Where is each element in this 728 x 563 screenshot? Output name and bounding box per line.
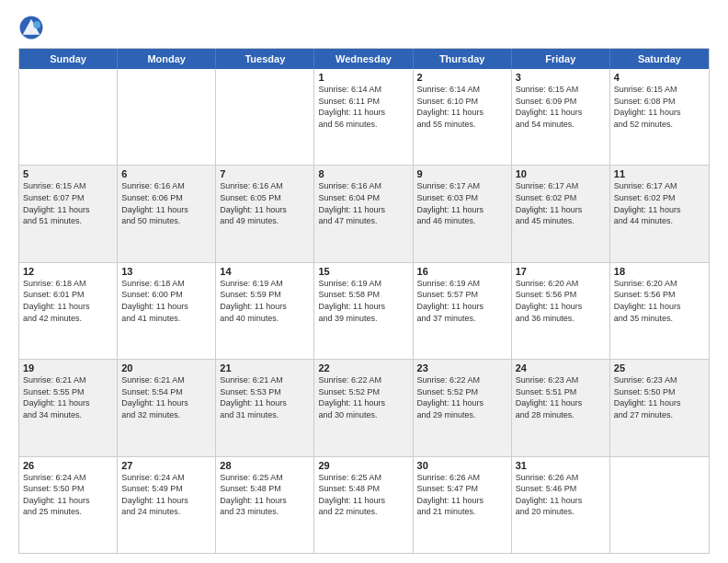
calendar-cell: 21Sunrise: 6:21 AM Sunset: 5:53 PM Dayli… [216, 360, 314, 455]
cell-info: Sunrise: 6:16 AM Sunset: 6:05 PM Dayligh… [220, 180, 310, 226]
cell-day-number: 3 [516, 72, 606, 83]
calendar-cell: 19Sunrise: 6:21 AM Sunset: 5:55 PM Dayli… [19, 360, 118, 455]
cell-day-number: 10 [516, 168, 606, 179]
cell-info: Sunrise: 6:15 AM Sunset: 6:09 PM Dayligh… [516, 84, 606, 130]
cell-info: Sunrise: 6:14 AM Sunset: 6:10 PM Dayligh… [417, 84, 507, 130]
cell-info: Sunrise: 6:24 AM Sunset: 5:50 PM Dayligh… [23, 472, 113, 518]
calendar-row-week-4: 19Sunrise: 6:21 AM Sunset: 5:55 PM Dayli… [19, 359, 709, 455]
cell-day-number: 24 [516, 362, 606, 373]
cell-info: Sunrise: 6:21 AM Sunset: 5:54 PM Dayligh… [121, 374, 211, 420]
cell-info: Sunrise: 6:14 AM Sunset: 6:11 PM Dayligh… [318, 84, 408, 130]
cell-info: Sunrise: 6:17 AM Sunset: 6:02 PM Dayligh… [516, 180, 606, 226]
cell-day-number: 18 [614, 266, 705, 277]
header-day-friday: Friday [512, 49, 610, 69]
cell-info: Sunrise: 6:24 AM Sunset: 5:49 PM Dayligh… [121, 472, 211, 518]
logo-icon [18, 15, 44, 40]
logo [18, 15, 48, 40]
cell-day-number: 9 [417, 168, 507, 179]
cell-day-number: 23 [417, 362, 507, 373]
calendar-cell: 29Sunrise: 6:25 AM Sunset: 5:48 PM Dayli… [314, 457, 413, 553]
cell-day-number: 21 [220, 362, 310, 373]
header [18, 15, 710, 40]
cell-day-number: 27 [121, 460, 211, 471]
cell-day-number: 22 [318, 362, 408, 373]
cell-day-number: 29 [318, 460, 408, 471]
svg-point-2 [33, 21, 40, 29]
cell-day-number: 5 [23, 168, 113, 179]
calendar-cell: 24Sunrise: 6:23 AM Sunset: 5:51 PM Dayli… [512, 360, 610, 455]
calendar-cell: 10Sunrise: 6:17 AM Sunset: 6:02 PM Dayli… [512, 166, 610, 261]
calendar-row-week-5: 26Sunrise: 6:24 AM Sunset: 5:50 PM Dayli… [19, 456, 709, 553]
calendar-body: 1Sunrise: 6:14 AM Sunset: 6:11 PM Daylig… [19, 69, 709, 553]
calendar-cell: 2Sunrise: 6:14 AM Sunset: 6:10 PM Daylig… [414, 69, 512, 165]
header-day-wednesday: Wednesday [314, 49, 413, 69]
calendar-cell [118, 69, 216, 165]
calendar-cell: 12Sunrise: 6:18 AM Sunset: 6:01 PM Dayli… [19, 263, 118, 359]
calendar-cell: 17Sunrise: 6:20 AM Sunset: 5:56 PM Dayli… [512, 263, 610, 359]
cell-info: Sunrise: 6:19 AM Sunset: 5:59 PM Dayligh… [220, 278, 310, 324]
cell-day-number: 12 [23, 266, 113, 277]
calendar-cell: 1Sunrise: 6:14 AM Sunset: 6:11 PM Daylig… [314, 69, 413, 165]
cell-info: Sunrise: 6:20 AM Sunset: 5:56 PM Dayligh… [614, 278, 705, 324]
calendar-cell: 8Sunrise: 6:16 AM Sunset: 6:04 PM Daylig… [314, 166, 413, 261]
cell-info: Sunrise: 6:26 AM Sunset: 5:47 PM Dayligh… [417, 472, 507, 518]
cell-info: Sunrise: 6:19 AM Sunset: 5:57 PM Dayligh… [417, 278, 507, 324]
calendar-cell: 25Sunrise: 6:23 AM Sunset: 5:50 PM Dayli… [610, 360, 709, 455]
calendar-row-week-3: 12Sunrise: 6:18 AM Sunset: 6:01 PM Dayli… [19, 262, 709, 359]
cell-day-number: 28 [220, 460, 310, 471]
calendar-cell: 3Sunrise: 6:15 AM Sunset: 6:09 PM Daylig… [512, 69, 610, 165]
calendar-cell: 27Sunrise: 6:24 AM Sunset: 5:49 PM Dayli… [118, 457, 216, 553]
calendar-cell: 4Sunrise: 6:15 AM Sunset: 6:08 PM Daylig… [610, 69, 709, 165]
calendar-cell: 20Sunrise: 6:21 AM Sunset: 5:54 PM Dayli… [118, 360, 216, 455]
cell-day-number: 4 [614, 72, 705, 83]
calendar-header: SundayMondayTuesdayWednesdayThursdayFrid… [19, 49, 709, 69]
cell-info: Sunrise: 6:26 AM Sunset: 5:46 PM Dayligh… [516, 472, 606, 518]
cell-day-number: 25 [614, 362, 705, 373]
calendar-cell: 11Sunrise: 6:17 AM Sunset: 6:02 PM Dayli… [610, 166, 709, 261]
cell-day-number: 14 [220, 266, 310, 277]
cell-info: Sunrise: 6:17 AM Sunset: 6:02 PM Dayligh… [614, 180, 705, 226]
calendar-cell: 22Sunrise: 6:22 AM Sunset: 5:52 PM Dayli… [314, 360, 413, 455]
calendar-row-week-1: 1Sunrise: 6:14 AM Sunset: 6:11 PM Daylig… [19, 69, 709, 165]
calendar-cell: 30Sunrise: 6:26 AM Sunset: 5:47 PM Dayli… [414, 457, 512, 553]
cell-day-number: 7 [220, 168, 310, 179]
header-day-monday: Monday [118, 49, 216, 69]
cell-info: Sunrise: 6:16 AM Sunset: 6:04 PM Dayligh… [318, 180, 408, 226]
calendar-cell: 15Sunrise: 6:19 AM Sunset: 5:58 PM Dayli… [314, 263, 413, 359]
header-day-tuesday: Tuesday [216, 49, 314, 69]
calendar-cell: 18Sunrise: 6:20 AM Sunset: 5:56 PM Dayli… [610, 263, 709, 359]
cell-day-number: 26 [23, 460, 113, 471]
cell-info: Sunrise: 6:15 AM Sunset: 6:08 PM Dayligh… [614, 84, 705, 130]
header-day-sunday: Sunday [19, 49, 118, 69]
cell-day-number: 15 [318, 266, 408, 277]
header-day-saturday: Saturday [610, 49, 709, 69]
calendar-cell [216, 69, 314, 165]
cell-info: Sunrise: 6:22 AM Sunset: 5:52 PM Dayligh… [318, 374, 408, 420]
cell-info: Sunrise: 6:23 AM Sunset: 5:50 PM Dayligh… [614, 374, 705, 420]
calendar-page: SundayMondayTuesdayWednesdayThursdayFrid… [0, 0, 728, 563]
cell-info: Sunrise: 6:23 AM Sunset: 5:51 PM Dayligh… [516, 374, 606, 420]
calendar-cell [610, 457, 709, 553]
cell-info: Sunrise: 6:15 AM Sunset: 6:07 PM Dayligh… [23, 180, 113, 226]
cell-info: Sunrise: 6:22 AM Sunset: 5:52 PM Dayligh… [417, 374, 507, 420]
calendar-cell: 9Sunrise: 6:17 AM Sunset: 6:03 PM Daylig… [414, 166, 512, 261]
cell-info: Sunrise: 6:21 AM Sunset: 5:55 PM Dayligh… [23, 374, 113, 420]
cell-info: Sunrise: 6:21 AM Sunset: 5:53 PM Dayligh… [220, 374, 310, 420]
calendar-cell: 14Sunrise: 6:19 AM Sunset: 5:59 PM Dayli… [216, 263, 314, 359]
cell-day-number: 30 [417, 460, 507, 471]
calendar-cell: 26Sunrise: 6:24 AM Sunset: 5:50 PM Dayli… [19, 457, 118, 553]
calendar-cell: 13Sunrise: 6:18 AM Sunset: 6:00 PM Dayli… [118, 263, 216, 359]
cell-day-number: 13 [121, 266, 211, 277]
cell-day-number: 8 [318, 168, 408, 179]
cell-day-number: 19 [23, 362, 113, 373]
cell-day-number: 16 [417, 266, 507, 277]
cell-info: Sunrise: 6:19 AM Sunset: 5:58 PM Dayligh… [318, 278, 408, 324]
calendar-row-week-2: 5Sunrise: 6:15 AM Sunset: 6:07 PM Daylig… [19, 165, 709, 261]
cell-info: Sunrise: 6:17 AM Sunset: 6:03 PM Dayligh… [417, 180, 507, 226]
cell-day-number: 20 [121, 362, 211, 373]
cell-day-number: 6 [121, 168, 211, 179]
calendar: SundayMondayTuesdayWednesdayThursdayFrid… [18, 48, 710, 554]
header-day-thursday: Thursday [414, 49, 512, 69]
calendar-cell: 23Sunrise: 6:22 AM Sunset: 5:52 PM Dayli… [414, 360, 512, 455]
cell-info: Sunrise: 6:25 AM Sunset: 5:48 PM Dayligh… [318, 472, 408, 518]
